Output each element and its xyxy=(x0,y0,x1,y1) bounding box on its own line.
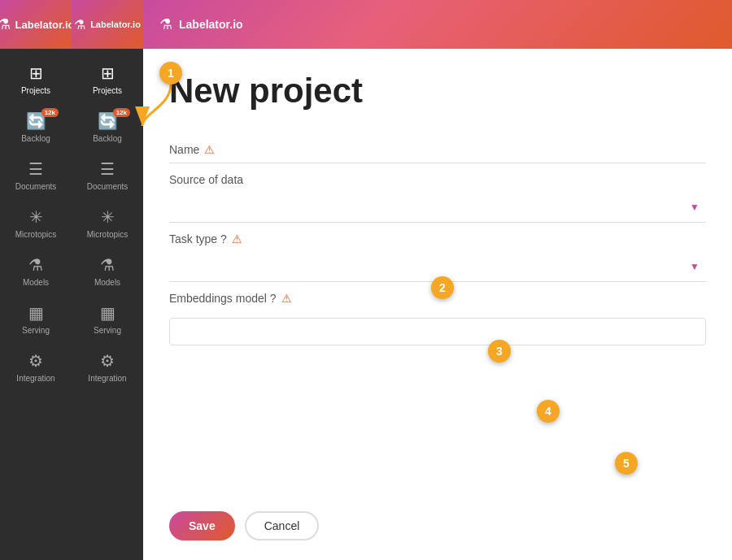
overlay-sidebar-item-serving[interactable]: ▦ Serving xyxy=(72,295,143,343)
overlay-sidebar-item-projects[interactable]: ⊞ Projects xyxy=(72,55,143,103)
task-type-field: Task type ? ⚠ ▼ xyxy=(169,223,706,282)
logo-icon: ⚗ xyxy=(0,15,11,33)
annotation-4: 4 xyxy=(537,400,560,423)
main-sidebar: ⚗ Labelator.io ⊞ Projects 12k 🔄 Backlog … xyxy=(0,0,72,560)
microtopics-icon: ✳ xyxy=(29,207,43,227)
sidebar-header: ⚗ Labelator.io xyxy=(0,0,72,49)
task-type-label: Task type ? ⚠ xyxy=(169,223,706,252)
annotation-3: 3 xyxy=(488,340,511,362)
sidebar-overlay-header: ⚗ Labelator.io xyxy=(72,0,143,49)
name-field: Name ⚠ xyxy=(169,133,706,163)
serving-icon: ▦ xyxy=(28,303,44,323)
sidebar-item-serving[interactable]: ▦ Serving xyxy=(0,295,72,343)
modal-header: ⚗ Labelator.io xyxy=(143,0,732,49)
source-field: Source of data ▼ xyxy=(169,163,706,223)
overlay-label-backlog: Backlog xyxy=(93,134,122,143)
sidebar-item-documents[interactable]: ☰ Documents xyxy=(0,151,72,199)
overlay-microtopics-icon: ✳ xyxy=(101,207,115,227)
overlay-label-integration: Integration xyxy=(88,374,126,383)
overlay-sidebar-item-models[interactable]: ⚗ Models xyxy=(72,247,143,295)
sidebar-nav: ⊞ Projects 12k 🔄 Backlog ☰ Documents ✳ M… xyxy=(0,49,72,391)
source-label-text: Source of data xyxy=(169,173,243,186)
annotation-1: 1 xyxy=(159,62,182,85)
overlay-sidebar-item-microtopics[interactable]: ✳ Microtopics xyxy=(72,199,143,247)
models-icon: ⚗ xyxy=(28,255,43,275)
annotation-5: 5 xyxy=(615,452,638,475)
modal-footer: Save Cancel xyxy=(143,498,732,560)
embeddings-warning-icon: ⚠ xyxy=(281,292,292,305)
overlay-label-microtopics: Microtopics xyxy=(87,230,129,239)
source-label: Source of data xyxy=(169,163,706,193)
overlay-integration-icon: ⚙ xyxy=(100,351,115,371)
sidebar-item-integration[interactable]: ⚙ Integration xyxy=(0,343,72,391)
name-label-text: Name xyxy=(169,143,199,156)
overlay-logo-icon: ⚗ xyxy=(74,17,85,33)
overlay-projects-icon: ⊞ xyxy=(101,63,115,83)
logo-text: Labelator.io xyxy=(15,19,75,31)
backlog-badge: 12k xyxy=(41,108,59,117)
sidebar-label-integration: Integration xyxy=(16,374,54,383)
save-button[interactable]: Save xyxy=(169,511,235,540)
overlay-serving-icon: ▦ xyxy=(100,303,115,323)
sidebar-label-microtopics: Microtopics xyxy=(15,230,57,239)
sidebar-label-projects: Projects xyxy=(21,86,50,95)
source-select[interactable] xyxy=(169,193,706,222)
sidebar-label-models: Models xyxy=(23,278,49,287)
sidebar-item-models[interactable]: ⚗ Models xyxy=(0,247,72,295)
documents-icon: ☰ xyxy=(28,159,43,179)
name-label: Name ⚠ xyxy=(169,133,706,163)
task-type-label-text: Task type ? xyxy=(169,232,227,245)
modal-title: New project xyxy=(169,72,706,111)
sidebar-item-backlog[interactable]: 12k 🔄 Backlog xyxy=(0,103,72,151)
overlay-label-serving: Serving xyxy=(94,326,121,335)
cancel-button[interactable]: Cancel xyxy=(245,511,320,540)
sidebar-item-microtopics[interactable]: ✳ Microtopics xyxy=(0,199,72,247)
overlay-backlog-badge: 12k xyxy=(113,108,130,117)
modal-logo-text: Labelator.io xyxy=(179,18,243,31)
overlay-sidebar-item-backlog[interactable]: 12k 🔄 Backlog xyxy=(72,103,143,151)
modal-logo-icon: ⚗ xyxy=(159,15,172,33)
sidebar-label-serving: Serving xyxy=(22,326,50,335)
embeddings-label-text: Embeddings model ? xyxy=(169,292,277,305)
sidebar-label-backlog: Backlog xyxy=(21,134,50,143)
embeddings-input[interactable] xyxy=(169,318,706,345)
annotation-2: 2 xyxy=(431,276,454,299)
source-select-wrapper: ▼ xyxy=(169,193,706,222)
modal-body: New project Name ⚠ Source of data ▼ xyxy=(143,49,732,498)
overlay-label-documents: Documents xyxy=(87,182,129,191)
projects-icon: ⊞ xyxy=(29,63,43,83)
overlay-logo-text: Labelator.io xyxy=(90,20,141,29)
overlay-label-models: Models xyxy=(94,278,120,287)
name-warning-icon: ⚠ xyxy=(204,143,215,156)
sidebar-overlay: ⚗ Labelator.io ⊞ Projects 12k 🔄 Backlog … xyxy=(72,0,143,560)
overlay-sidebar-item-documents[interactable]: ☰ Documents xyxy=(72,151,143,199)
overlay-models-icon: ⚗ xyxy=(100,255,115,275)
task-type-warning-icon: ⚠ xyxy=(232,232,242,245)
sidebar-label-documents: Documents xyxy=(15,182,57,191)
sidebar-item-projects[interactable]: ⊞ Projects xyxy=(0,55,72,103)
integration-icon: ⚙ xyxy=(28,351,43,371)
overlay-sidebar-item-integration[interactable]: ⚙ Integration xyxy=(72,343,143,391)
overlay-label-projects: Projects xyxy=(93,86,122,95)
overlay-documents-icon: ☰ xyxy=(100,159,115,179)
overlay-sidebar-nav: ⊞ Projects 12k 🔄 Backlog ☰ Documents ✳ M… xyxy=(72,49,143,391)
